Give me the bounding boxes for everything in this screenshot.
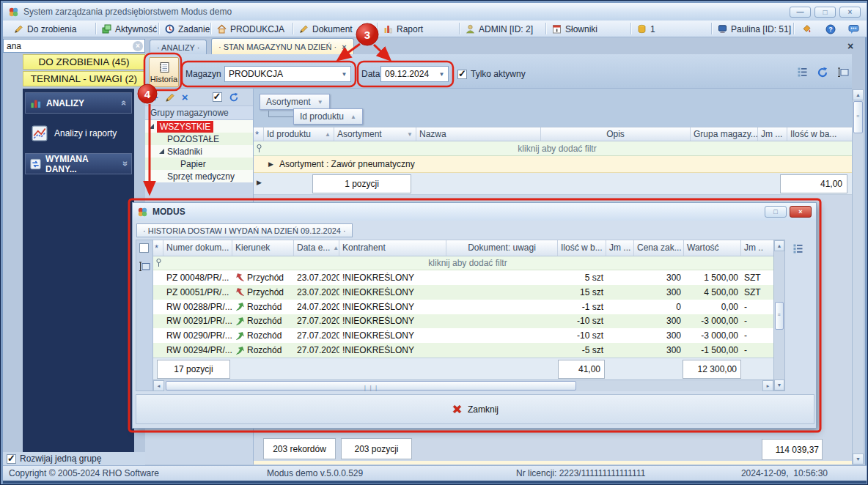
grid-group-row[interactable]: ▶ Asortyment : Zawór pneumatyczny <box>254 156 852 173</box>
dialog-maximize-button[interactable]: □ <box>765 206 787 218</box>
tree-item-skladniki[interactable]: Skladniki <box>145 145 253 158</box>
edit-group-icon[interactable] <box>165 92 175 103</box>
column-header-numer[interactable]: Numer dokum... <box>163 240 232 256</box>
dialog-tab[interactable]: · HISTORIA DOSTAW I WYDAŃ NA DZIEŃ 09.12… <box>136 223 353 237</box>
column-chooser-icon[interactable] <box>797 67 808 78</box>
toolbar-item-zadanie[interactable]: Zadanie <box>161 22 213 36</box>
add-group-icon[interactable]: + <box>152 92 158 103</box>
refresh-icon[interactable] <box>817 67 828 78</box>
search-input[interactable] <box>4 41 133 51</box>
column-header-jm[interactable]: Jm ... <box>758 127 787 141</box>
toolbar-feedback-button[interactable] <box>845 22 863 36</box>
table-row[interactable]: PZ 00051/PR/... Przychód 23.07.2020 !NIE… <box>153 285 773 300</box>
delete-group-icon[interactable]: × <box>182 92 188 103</box>
dialog-horizontal-scrollbar[interactable]: ◄ ❘❘❘ ► <box>153 380 773 391</box>
scrollbar-thumb[interactable]: ❘❘❘ <box>166 381 576 390</box>
tree-expander-icon[interactable] <box>149 124 154 129</box>
toolbar-item-paulina[interactable]: Paulina [ID: 51] <box>714 22 795 36</box>
data-combo[interactable]: 09.12.2024 ▼ <box>380 66 449 82</box>
fit-columns-icon[interactable] <box>139 261 151 273</box>
groups-filter-checkbox[interactable]: ✓ <box>213 92 222 102</box>
select-all-checkbox[interactable] <box>139 243 149 253</box>
search-clear-icon[interactable]: × <box>133 41 143 51</box>
fit-columns-icon[interactable] <box>837 67 850 78</box>
scroll-left-icon[interactable]: ◄ <box>153 380 164 391</box>
refresh-groups-icon[interactable] <box>229 92 239 103</box>
scrollbar-thumb[interactable]: ≡ <box>775 302 784 330</box>
column-chooser-icon[interactable] <box>792 243 803 254</box>
column-header-opis[interactable]: Opis <box>541 127 691 141</box>
toolbar-skin-button[interactable] <box>798 22 815 36</box>
table-row[interactable]: PZ 00048/PR/... Przychód 23.07.2020 !NIE… <box>153 270 773 285</box>
view-close-icon[interactable]: × <box>847 40 853 52</box>
scroll-down-icon[interactable]: ▼ <box>774 380 784 390</box>
column-header-grupa[interactable]: Grupa magazy... <box>691 127 758 141</box>
filter-arrow-icon[interactable]: ▼ <box>407 131 413 138</box>
todo-button[interactable]: DO ZROBIENIA (45) <box>23 54 145 70</box>
toolbar-item-produkcja[interactable]: PRODUKCJA <box>213 22 288 36</box>
dropdown-arrow-icon[interactable]: ▼ <box>338 71 350 78</box>
dialog-close-button[interactable]: × <box>790 206 812 218</box>
sidebar-group-analizy[interactable]: ANALIZY « <box>25 92 132 114</box>
group-chip-asortyment[interactable]: Asortyment ▼ <box>260 94 330 110</box>
column-header-jm[interactable]: Jm ... <box>606 240 634 256</box>
column-header-asortyment[interactable]: Asortyment▼ <box>334 127 416 141</box>
tree-item-pozostale[interactable]: POZOSTAŁE <box>145 133 253 145</box>
column-header-nazwa[interactable]: Nazwa <box>416 127 541 141</box>
column-header-kierunek[interactable]: Kierunek <box>232 240 294 256</box>
tab-close-icon[interactable]: × <box>342 42 346 51</box>
toolbar-item-admin[interactable]: ADMIN [ID: 2] <box>462 22 537 36</box>
toolbar-item-raport[interactable]: Raport <box>380 22 427 36</box>
column-header-cena[interactable]: Cena zak... <box>634 240 684 256</box>
column-header-id-produktu[interactable]: Id produktu▲ <box>264 127 334 141</box>
tab-stan-magazynu[interactable]: · STAN MAGAZYNU NA DZIEŃ · × <box>211 38 354 54</box>
scroll-up-icon[interactable]: ▲ <box>853 89 864 100</box>
toolbar-help-button[interactable]: ? <box>822 22 839 36</box>
table-row[interactable]: RW 00290/PR/... Rozchód 27.07.2020 !NIEO… <box>153 328 773 343</box>
scroll-down-icon[interactable]: ▼ <box>853 453 864 464</box>
main-vertical-scrollbar[interactable]: ▲ ≡ ▼ <box>852 89 864 464</box>
column-header-uwagi[interactable]: Dokument: uwagi <box>446 240 558 256</box>
toolbar-item-do-zrobienia[interactable]: Do zrobienia <box>10 22 80 36</box>
toolbar-item-dokument[interactable]: Dokument <box>295 22 356 36</box>
chevron-down-icon[interactable]: « <box>119 161 130 166</box>
expand-one-group-checkbox[interactable]: ✓ <box>7 454 16 464</box>
column-header-data[interactable]: Data e...▲ <box>294 240 339 256</box>
scroll-up-icon[interactable]: ▲ <box>774 240 784 251</box>
scroll-right-icon[interactable]: ► <box>762 380 773 391</box>
tree-expander-icon[interactable] <box>159 149 164 154</box>
sidebar-item-analizy-i-raporty[interactable]: Analizy i raporty <box>26 122 131 145</box>
close-button[interactable]: × <box>839 7 861 18</box>
column-header-kontrahent[interactable]: Kontrahent <box>339 240 446 256</box>
dialog-filter-row[interactable]: kliknij aby dodać filtr <box>153 256 773 270</box>
only-active-checkbox[interactable]: ✓ <box>457 70 467 79</box>
maximize-button[interactable]: □ <box>814 7 836 18</box>
sidebar-group-wymiana-danych[interactable]: WYMIANA DANY... « <box>25 153 132 174</box>
toolbar-item-aktywnosc[interactable]: Aktywność <box>98 22 161 36</box>
tree-item-papier[interactable]: Papier <box>145 158 253 170</box>
tab-analizy[interactable]: · ANALIZY · <box>150 40 207 54</box>
dialog-vertical-scrollbar[interactable]: ▲ ≡ ▼ <box>773 240 785 391</box>
table-row[interactable]: RW 00288/PR/... Rozchód 24.07.2020 !NIEO… <box>153 300 773 314</box>
magazyn-combo[interactable]: PRODUKCJA ▼ <box>224 66 351 82</box>
grid-filter-row[interactable]: kliknij aby dodać filtr <box>254 141 852 156</box>
column-header-ilosc[interactable]: Ilość w ba... <box>787 127 852 141</box>
group-chip-id-produktu[interactable]: Id produktu ▲ <box>293 108 363 125</box>
table-row[interactable]: RW 00294/PR/... Rozchód 27.07.2020 !NIEO… <box>153 343 773 358</box>
tree-item-wszystkie[interactable]: WSZYSTKIE <box>145 120 253 133</box>
zamknij-button[interactable]: Zamknij <box>443 401 507 418</box>
minimize-button[interactable]: — <box>790 7 811 18</box>
tree-item-sprzet-medyczny[interactable]: Sprzęt medyczny <box>145 170 253 182</box>
column-header-ilosc[interactable]: Ilość w b... <box>558 240 606 256</box>
chevron-up-icon[interactable]: « <box>119 100 130 105</box>
toolbar-item-slowniki[interactable]: Słowniki <box>548 22 601 36</box>
dropdown-arrow-icon[interactable]: ▼ <box>435 71 448 78</box>
table-row[interactable]: RW 00291/PR/... Rozchód 27.07.2020 !NIEO… <box>153 314 773 329</box>
toolbar-item-database[interactable]: 1 <box>633 22 659 36</box>
terminal-notes-button[interactable]: TERMINAL - UWAGI (2) <box>23 71 145 86</box>
scrollbar-thumb[interactable]: ≡ <box>853 101 863 133</box>
group-expander-icon[interactable]: ▶ <box>268 160 273 168</box>
column-header-wartosc[interactable]: Wartość <box>684 240 741 256</box>
column-header-jm2[interactable]: Jm .. <box>741 240 773 256</box>
history-button[interactable]: Historia <box>149 57 179 87</box>
